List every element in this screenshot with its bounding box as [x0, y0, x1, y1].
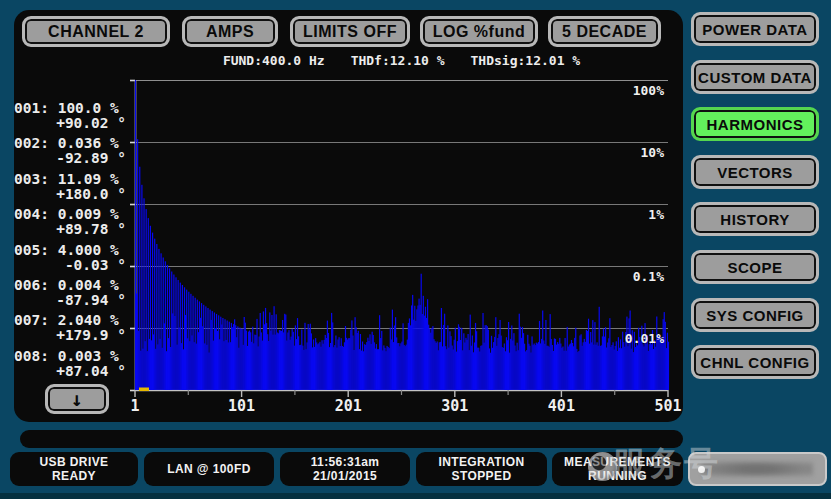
harmonic-entry: 001: 100.0 %+90.02 ° — [8, 101, 132, 131]
harmonic-magnitude: 005: 4.000 % — [8, 243, 132, 258]
svg-text:201: 201 — [335, 397, 362, 415]
harmonic-entry: 005: 4.000 %-0.03 ° — [8, 243, 132, 273]
power-analyzer-screen: { "colors":{ "background":"#0a4663", "pa… — [0, 0, 831, 499]
svg-text:10%: 10% — [641, 145, 665, 160]
sidebar-item-harmonics[interactable]: HARMONICS — [691, 107, 819, 141]
harmonic-phase: -87.94 ° — [8, 293, 132, 308]
spectrum-svg: 1101201301401501100%10%1%0.1%0.01% — [135, 80, 668, 412]
harmonics-spectrum-chart: 1101201301401501100%10%1%0.1%0.01% — [135, 80, 668, 412]
measurement-info-row: FUND:400.0 Hz THDf:12.10 % THDsig:12.01 … — [135, 52, 668, 69]
svg-text:501: 501 — [654, 397, 681, 415]
status-text: USB DRIVE — [40, 455, 109, 469]
harmonic-magnitude: 004: 0.009 % — [8, 207, 132, 222]
status-text: STOPPED — [452, 469, 512, 483]
status-text: 21/01/2015 — [313, 469, 377, 483]
harmonic-magnitude: 007: 2.040 % — [8, 313, 132, 328]
thdf-value: THDf:12.10 % — [351, 53, 445, 68]
fundamental-frequency-value: FUND:400.0 Hz — [223, 53, 325, 68]
status-text: 11:56:31am — [311, 455, 380, 469]
harmonic-phase: +179.9 ° — [8, 328, 132, 343]
svg-text:101: 101 — [228, 397, 255, 415]
svg-text:100%: 100% — [633, 83, 664, 98]
status-text: LAN @ 100FD — [167, 462, 250, 476]
harmonic-entry: 008: 0.003 %+87.04 ° — [8, 349, 132, 379]
status-text: MEASUREMENTS — [564, 455, 671, 469]
harmonic-phase: +180.0 ° — [8, 187, 132, 202]
softkey-hint-bar — [20, 430, 683, 448]
harmonic-phase: -0.03 ° — [8, 258, 132, 273]
status-text: RUNNING — [588, 469, 647, 483]
status-usb-drive: USB DRIVEREADY — [10, 452, 138, 486]
arrow-down-icon: ↓ — [71, 387, 84, 411]
blank-softkey-button — [688, 452, 827, 486]
harmonic-magnitude: 008: 0.003 % — [8, 349, 132, 364]
sidebar-item-chnl-config[interactable]: CHNL CONFIG — [691, 345, 819, 379]
svg-text:0.1%: 0.1% — [633, 269, 664, 284]
sidebar-item-scope[interactable]: SCOPE — [691, 250, 819, 284]
sidebar-item-custom-data[interactable]: CUSTOM DATA — [691, 60, 819, 94]
harmonic-phase: -92.89 ° — [8, 151, 132, 166]
sidebar-item-history[interactable]: HISTORY — [691, 202, 819, 236]
svg-text:401: 401 — [548, 397, 575, 415]
status-text: READY — [52, 469, 96, 483]
harmonic-magnitude: 002: 0.036 % — [8, 136, 132, 151]
sidebar-item-sys-config[interactable]: SYS CONFIG — [691, 298, 819, 332]
status-integration: INTEGRATIONSTOPPED — [416, 452, 547, 486]
top-button-channel-2[interactable]: CHANNEL 2 — [22, 16, 170, 47]
svg-text:1%: 1% — [648, 207, 664, 222]
harmonic-entry: 002: 0.036 %-92.89 ° — [8, 136, 132, 166]
svg-text:301: 301 — [441, 397, 468, 415]
status-measurements: MEASUREMENTSRUNNING — [552, 452, 683, 486]
sidebar-item-vectors[interactable]: VECTORS — [691, 155, 819, 189]
harmonic-phase: +89.78 ° — [8, 222, 132, 237]
svg-text:0.01%: 0.01% — [625, 331, 664, 346]
harmonic-magnitude: 003: 11.09 % — [8, 172, 132, 187]
scroll-down-button[interactable]: ↓ — [45, 384, 109, 414]
harmonic-magnitude: 006: 0.004 % — [8, 278, 132, 293]
top-button-amps[interactable]: AMPS — [182, 16, 278, 47]
status-text: INTEGRATION — [438, 455, 524, 469]
harmonic-entry: 007: 2.040 %+179.9 ° — [8, 313, 132, 343]
status-lan-100fd: LAN @ 100FD — [144, 452, 274, 486]
svg-text:1: 1 — [130, 397, 139, 415]
sidebar-item-power-data[interactable]: POWER DATA — [691, 12, 819, 46]
harmonic-phase: +87.04 ° — [8, 364, 132, 379]
thdsig-value: THDsig:12.01 % — [471, 53, 581, 68]
top-button-log-fund[interactable]: LOG %fund — [420, 16, 538, 47]
harmonic-phase: +90.02 ° — [8, 116, 132, 131]
harmonic-entry: 003: 11.09 %+180.0 ° — [8, 172, 132, 202]
harmonic-magnitude: 001: 100.0 % — [8, 101, 132, 116]
harmonic-entry: 006: 0.004 %-87.94 ° — [8, 278, 132, 308]
top-button-5-decade[interactable]: 5 DECADE — [548, 16, 661, 47]
top-button-limits-off[interactable]: LIMITS OFF — [290, 16, 410, 47]
harmonic-entry: 004: 0.009 %+89.78 ° — [8, 207, 132, 237]
status-11-56-31am: 11:56:31am21/01/2015 — [280, 452, 410, 486]
